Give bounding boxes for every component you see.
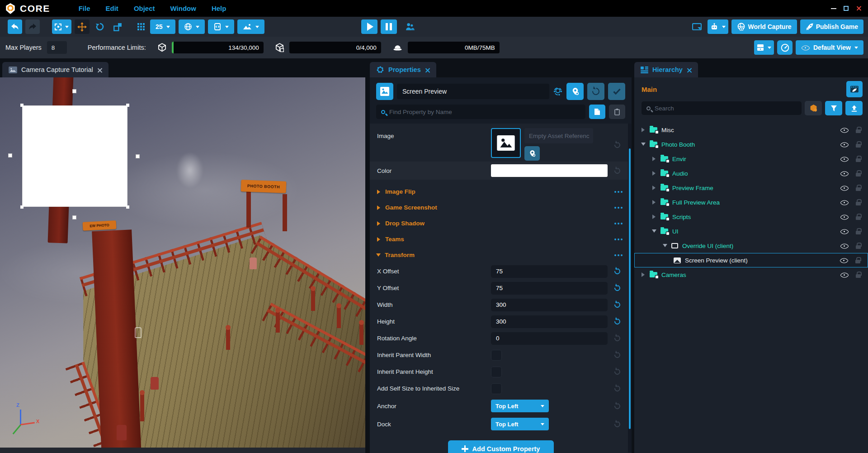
visibility-eye-icon[interactable] [840,126,849,134]
object-name-input[interactable] [397,84,549,99]
save-dropdown[interactable] [754,40,774,55]
collapse-arrow-icon[interactable] [662,243,669,248]
reset-property-icon[interactable] [614,385,621,392]
corner-handle[interactable] [126,205,129,209]
visibility-eye-icon[interactable] [840,155,849,162]
pause-button[interactable] [381,19,397,34]
revert-changes-button[interactable] [587,83,604,100]
anchor-dropdown[interactable]: Top Left [491,400,549,412]
lock-icon[interactable] [855,170,862,177]
template-cube-button[interactable] [805,101,822,115]
visibility-eye-icon[interactable] [840,170,849,177]
corner-handle[interactable] [126,104,129,107]
apply-changes-button[interactable] [608,83,625,100]
inherit-parent-width-checkbox[interactable] [491,350,502,361]
play-button[interactable] [361,19,377,34]
collapse-arrow-icon[interactable] [641,142,647,147]
add-self-size-checkbox[interactable] [491,383,502,394]
terrain-dropdown[interactable] [237,19,264,34]
width-input[interactable] [491,299,608,311]
image-asset-reference[interactable]: Empty Asset Referenc [524,128,593,143]
expand-arrow-icon[interactable] [651,186,658,190]
lock-icon[interactable] [855,184,862,191]
menu-edit[interactable]: Edit [106,5,118,12]
tree-item-cameras[interactable]: Cameras [634,267,868,282]
reset-property-icon[interactable] [614,368,621,375]
visibility-eye-icon[interactable] [840,213,849,220]
reset-property-icon[interactable] [614,421,621,428]
corner-handle[interactable] [20,205,24,209]
section-transform[interactable]: Transform [370,247,632,263]
section-image-flip[interactable]: Image Flip [370,184,632,200]
section-menu-icon[interactable] [614,223,616,224]
restore-icon[interactable] [844,6,849,11]
expand-arrow-icon[interactable] [651,171,658,176]
visibility-eye-icon[interactable] [840,242,849,249]
close-tab-icon[interactable] [687,67,692,72]
reset-property-icon[interactable] [614,167,621,174]
tree-item-ui[interactable]: UI [634,224,868,238]
expand-arrow-icon[interactable] [641,128,647,132]
reset-property-icon[interactable] [614,301,621,308]
selected-ui-element-overlay[interactable] [22,105,127,207]
viewport-tab[interactable]: Camera Capture Tutorial [2,62,108,77]
close-icon[interactable] [856,5,862,11]
multiplayer-preview-button[interactable] [402,19,418,34]
section-menu-icon[interactable] [614,191,616,193]
hierarchy-search-input[interactable] [655,105,797,112]
visibility-eye-icon[interactable] [840,271,849,278]
visibility-eye-icon[interactable] [840,257,849,264]
resize-handle-top[interactable] [72,89,76,93]
collapse-arrow-icon[interactable] [651,229,658,234]
tree-item-override-ui[interactable]: Override UI (client) [634,238,868,253]
property-search-box[interactable] [376,105,585,119]
lock-icon[interactable] [855,271,862,278]
selection-mode-dropdown[interactable] [52,19,71,34]
close-tab-icon[interactable] [425,67,430,72]
environment-dropdown[interactable] [179,19,205,34]
hierarchy-search-box[interactable] [642,101,802,115]
visibility-eye-icon[interactable] [840,199,849,206]
visibility-eye-icon[interactable] [840,184,849,191]
max-players-input[interactable] [47,41,67,54]
reset-property-icon[interactable] [614,335,621,342]
properties-scrollbar[interactable] [628,124,632,453]
viewport-3d-scene[interactable]: PHOTO BOOTH EW PHOTO [0,77,365,453]
tree-item-photo-booth[interactable]: Photo Booth [634,137,868,152]
x-offset-input[interactable] [491,265,608,278]
tree-item-audio[interactable]: Audio [634,166,868,181]
resize-handle-bottom[interactable] [72,215,76,219]
performance-gauge-button[interactable] [777,40,793,55]
reset-property-icon[interactable] [614,268,621,275]
reset-property-icon[interactable] [614,352,621,358]
height-input[interactable] [491,315,608,328]
snap-grid-button[interactable] [132,19,147,34]
section-menu-icon[interactable] [614,207,616,209]
script-dropdown[interactable] [208,19,234,34]
expand-arrow-icon[interactable] [651,157,658,161]
bot-dropdown[interactable] [708,19,728,34]
section-menu-icon[interactable] [614,238,616,240]
tree-item-envir[interactable]: Envir [634,152,868,166]
lock-icon[interactable] [855,141,862,148]
grid-size-dropdown[interactable]: 25 [150,19,175,34]
world-capture-button[interactable]: World Capture [731,19,797,34]
tree-item-scripts[interactable]: Scripts [634,210,868,224]
tree-item-misc[interactable]: Misc [634,123,868,137]
expand-arrow-icon[interactable] [641,272,647,277]
menu-file[interactable]: File [79,5,90,12]
hierarchy-tab[interactable]: Hierarchy [634,62,698,77]
inherit-parent-height-checkbox[interactable] [491,367,502,377]
lock-icon[interactable] [855,199,862,206]
redo-button[interactable] [25,19,40,34]
corner-handle[interactable] [20,104,24,107]
paste-properties-button[interactable] [609,105,625,119]
lock-icon[interactable] [855,126,862,134]
scale-tool-button[interactable] [110,19,125,34]
image-asset-thumbnail[interactable] [491,128,521,158]
reset-property-icon[interactable] [614,403,621,410]
tree-item-screen-preview[interactable]: Screen Preview (client) [634,253,868,267]
minimize-icon[interactable] [831,8,836,9]
add-custom-property-button[interactable]: Add Custom Property [448,440,554,453]
resize-handle-right[interactable] [136,154,140,158]
